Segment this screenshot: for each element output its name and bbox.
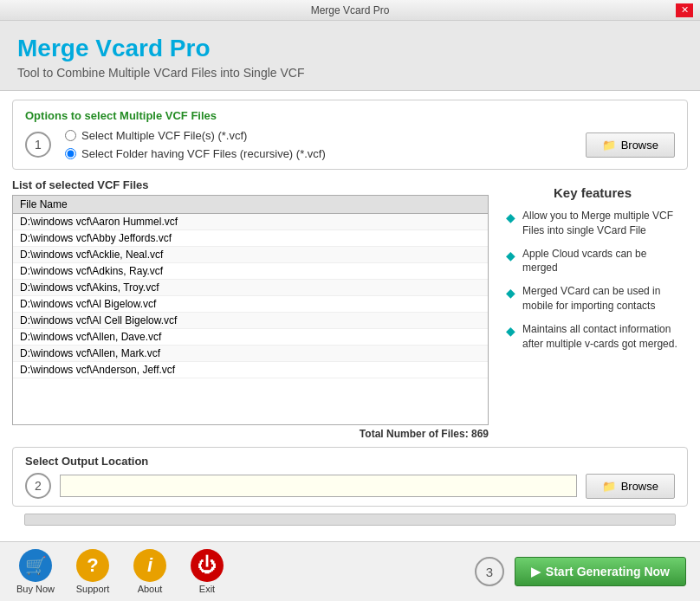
- total-count: Total Number of Files: 869: [12, 428, 489, 440]
- step-3-circle: 3: [475, 557, 504, 586]
- step-2-circle: 2: [25, 473, 51, 499]
- radio-folder-label: Select Folder having VCF Files (recursiv…: [81, 147, 326, 160]
- list-item: D:\windows vcf\Allen, Mark.vcf: [13, 346, 488, 362]
- support-label: Support: [76, 584, 110, 594]
- output-path-input[interactable]: [60, 475, 577, 497]
- key-features: Key features ◆Allow you to Merge multipl…: [497, 178, 688, 440]
- list-item: D:\windows vcf\Akins, Troy.vcf: [13, 280, 488, 296]
- diamond-icon: ◆: [506, 323, 515, 340]
- radio-folder[interactable]: Select Folder having VCF Files (recursiv…: [65, 147, 572, 160]
- file-list-body[interactable]: D:\windows vcf\Aaron Hummel.vcfD:\window…: [13, 214, 488, 424]
- radio-folder-input[interactable]: [65, 148, 76, 159]
- output-row: 2 📁 Browse: [25, 473, 675, 499]
- list-item: D:\windows vcf\Acklie, Neal.vcf: [13, 247, 488, 263]
- start-section: 3 ▶ Start Generating Now: [475, 557, 686, 586]
- titlebar-title: Merge Vcard Pro: [24, 4, 676, 16]
- output-section: Select Output Location 2 📁 Browse: [12, 447, 688, 507]
- options-row: 1 Select Multiple VCF File(s) (*.vcf) Se…: [25, 129, 675, 160]
- progress-area: [12, 514, 688, 526]
- help-icon: ?: [76, 549, 109, 582]
- body-area: Options to select Multiple VCF Files 1 S…: [0, 91, 700, 541]
- radio-multiple-files-label: Select Multiple VCF File(s) (*.vcf): [81, 129, 247, 142]
- app-title: Merge Vcard Pro: [17, 35, 683, 62]
- step-1-circle: 1: [25, 132, 51, 158]
- cart-icon: 🛒: [19, 549, 52, 582]
- feature-item: ◆Maintains all contact information after…: [506, 322, 679, 352]
- start-label: Start Generating Now: [546, 565, 670, 578]
- file-list-container: File Name D:\windows vcf\Aaron Hummel.vc…: [12, 195, 489, 425]
- titlebar: Merge Vcard Pro ✕: [0, 0, 700, 21]
- feature-item: ◆Allow you to Merge multiple VCF Files i…: [506, 209, 679, 238]
- features-list: ◆Allow you to Merge multiple VCF Files i…: [506, 209, 679, 351]
- file-list-header: File Name: [13, 196, 488, 214]
- list-item: D:\windows vcf\Al Bigelow.vcf: [13, 296, 488, 313]
- feature-item: ◆Merged VCard can be used in mobile for …: [506, 284, 679, 313]
- output-label: Select Output Location: [25, 455, 675, 468]
- file-list-title: List of selected VCF Files: [12, 178, 489, 191]
- middle-area: List of selected VCF Files File Name D:\…: [12, 178, 688, 440]
- close-button[interactable]: ✕: [676, 3, 693, 17]
- buy-now-label: Buy Now: [16, 584, 55, 594]
- list-item: D:\windows vcf\Aaron Hummel.vcf: [13, 214, 488, 230]
- radio-options: Select Multiple VCF File(s) (*.vcf) Sele…: [65, 129, 572, 160]
- list-item: D:\windows vcf\Al Cell Bigelow.vcf: [13, 313, 488, 329]
- list-item: D:\windows vcf\Abby Jeffords.vcf: [13, 230, 488, 247]
- info-icon: i: [133, 549, 166, 582]
- radio-multiple-files[interactable]: Select Multiple VCF File(s) (*.vcf): [65, 129, 572, 142]
- browse-icon-2: 📁: [602, 480, 616, 493]
- main-content: Merge Vcard Pro Tool to Combine Multiple…: [0, 21, 700, 601]
- app-subtitle: Tool to Combine Multiple VCard Files int…: [17, 66, 683, 80]
- key-features-title: Key features: [506, 185, 679, 200]
- browse-label-2: Browse: [621, 480, 658, 493]
- support-button[interactable]: ? Support: [71, 549, 114, 594]
- about-label: About: [138, 584, 163, 594]
- list-item: D:\windows vcf\Allen, Dave.vcf: [13, 329, 488, 346]
- file-list-section: List of selected VCF Files File Name D:\…: [12, 178, 489, 440]
- options-section: Options to select Multiple VCF Files 1 S…: [12, 100, 688, 170]
- app-header: Merge Vcard Pro Tool to Combine Multiple…: [0, 21, 700, 91]
- diamond-icon: ◆: [506, 210, 515, 227]
- browse-icon-1: 📁: [602, 139, 616, 152]
- exit-button[interactable]: ⏻ Exit: [185, 549, 229, 594]
- diamond-icon: ◆: [506, 285, 515, 302]
- browse-button-2[interactable]: 📁 Browse: [586, 474, 675, 499]
- browse-button-1[interactable]: 📁 Browse: [586, 132, 675, 158]
- buy-now-button[interactable]: 🛒 Buy Now: [14, 549, 57, 594]
- list-item: D:\windows vcf\Anderson, Jeff.vcf: [13, 362, 488, 378]
- power-icon: ⏻: [191, 549, 224, 582]
- start-icon: ▶: [531, 565, 541, 578]
- list-item: D:\windows vcf\Adkins, Ray.vcf: [13, 263, 488, 280]
- start-button[interactable]: ▶ Start Generating Now: [515, 557, 686, 586]
- browse-label-1: Browse: [621, 139, 658, 152]
- feature-item: ◆Apple Cloud vcards can be merged: [506, 247, 679, 276]
- exit-label: Exit: [199, 584, 215, 594]
- progress-bar-outer: [24, 514, 676, 526]
- footer: 🛒 Buy Now ? Support i About ⏻ Exit 3 ▶ S…: [0, 541, 700, 601]
- radio-multiple-files-input[interactable]: [65, 130, 76, 141]
- options-title: Options to select Multiple VCF Files: [25, 109, 675, 122]
- diamond-icon: ◆: [506, 248, 515, 265]
- about-button[interactable]: i About: [128, 549, 172, 594]
